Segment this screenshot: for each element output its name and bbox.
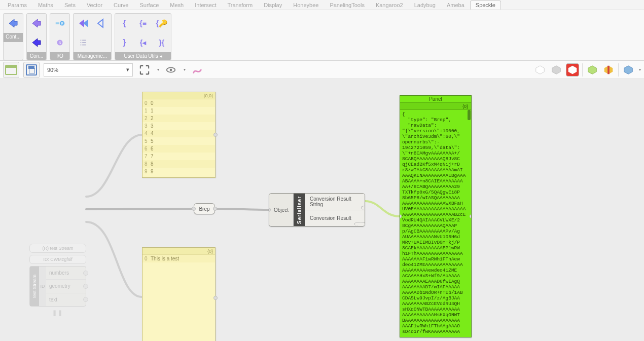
svg-marker-0: [9, 19, 17, 27]
shade-green-icon[interactable]: [586, 63, 599, 77]
menu-item-params[interactable]: Params: [2, 1, 32, 10]
panel-header: {0}: [142, 248, 215, 255]
panel-scrollbar[interactable]: [468, 110, 471, 120]
menu-item-maths[interactable]: Maths: [32, 1, 59, 10]
ribbon-group-management: Manageme...: [73, 13, 112, 60]
brep-input-grip[interactable]: [192, 207, 196, 211]
shade-wire-icon[interactable]: [533, 63, 547, 77]
save-button[interactable]: [23, 62, 40, 78]
canvas-toolbar: 90% ▾ ▾ ▾ ▾: [0, 61, 644, 79]
dropdown-icon[interactable]: ▾: [157, 67, 159, 72]
brace-open-icon[interactable]: {: [116, 14, 133, 32]
brace-key-icon[interactable]: {🔑: [153, 14, 170, 32]
panel-json-output[interactable]: Panel {0} { "type": "Brep", "rawData": "…: [400, 95, 472, 337]
brace-close-icon[interactable]: }: [116, 33, 133, 52]
menu-item-ameba[interactable]: Ameba: [441, 1, 470, 10]
svg-marker-10: [98, 19, 103, 27]
svg-text:S: S: [59, 41, 61, 45]
zoom-select[interactable]: 90% ▾: [44, 63, 133, 77]
sketch-button[interactable]: [190, 62, 205, 78]
shade-red-icon[interactable]: [566, 63, 579, 77]
shade-split-icon[interactable]: [602, 63, 615, 77]
stream-id-pill: ID: CWMzgfsif: [29, 255, 86, 264]
open-button[interactable]: [3, 62, 19, 78]
speckle-link-icon[interactable]: [74, 14, 92, 32]
panel-header: {0;0}: [142, 92, 215, 99]
panel-output-grip[interactable]: [213, 296, 218, 300]
speckle-stream-icon[interactable]: [27, 14, 46, 32]
menu-item-honeybee[interactable]: Honeybee: [288, 1, 324, 10]
svg-marker-19: [536, 65, 545, 74]
stream-out-text[interactable]: text: [46, 293, 86, 306]
brace-list-icon[interactable]: {≡: [134, 14, 152, 32]
chevron-down-icon: ▾: [126, 66, 129, 73]
menu-item-display[interactable]: Display: [258, 1, 288, 10]
serialiser-out-string[interactable]: Conversion Result String: [305, 194, 365, 210]
ribbon-group-io: R S I/O: [50, 13, 70, 60]
brace-split-icon[interactable]: }{: [153, 33, 170, 52]
sender-s-icon[interactable]: S: [51, 33, 69, 52]
menu-item-speckle[interactable]: Speckle: [470, 1, 501, 10]
menu-item-transform[interactable]: Transform: [222, 1, 258, 10]
menu-item-ladybug[interactable]: Ladybug: [409, 1, 441, 10]
brep-output-grip[interactable]: [213, 207, 217, 211]
svg-rect-3: [56, 22, 59, 24]
display-mode-toolbar: ▾: [533, 63, 641, 77]
ribbon-bar: Cont... Con... R S I/O: [0, 10, 644, 61]
zoom-value: 90%: [47, 67, 58, 73]
svg-marker-20: [552, 65, 561, 74]
brace-arrow-icon[interactable]: {◂: [134, 33, 152, 52]
menu-item-surface[interactable]: Surface: [134, 1, 164, 10]
serialiser-input-object[interactable]: Object: [269, 194, 294, 226]
dropdown-icon[interactable]: ▾: [184, 67, 186, 72]
serialiser-component[interactable]: Object Serialiser Conversion Result Stri…: [269, 193, 365, 226]
preview-toggle-button[interactable]: [163, 62, 178, 78]
svg-marker-24: [624, 65, 633, 74]
list-icon[interactable]: [74, 33, 92, 52]
menu-item-curve[interactable]: Curve: [108, 1, 134, 10]
pause-icon[interactable]: ❚❚: [29, 309, 86, 317]
svg-marker-2: [32, 39, 41, 47]
panel-output-grip[interactable]: [213, 133, 218, 137]
menu-item-kangaroo2[interactable]: Kangaroo2: [370, 1, 409, 10]
svg-rect-11: [81, 40, 82, 41]
receiver-r-icon[interactable]: R: [51, 14, 69, 32]
svg-marker-21: [568, 65, 577, 74]
ribbon-group-label: Con...: [27, 52, 46, 60]
brep-component[interactable]: Brep: [194, 203, 215, 214]
menu-item-mesh[interactable]: Mesh: [164, 1, 189, 10]
svg-point-18: [170, 68, 172, 71]
panel-subheader: {0}: [400, 103, 471, 110]
zoom-extents-button[interactable]: [137, 62, 152, 78]
ribbon-group-label: I/O: [50, 52, 69, 60]
serialiser-out-result[interactable]: Conversion Result: [305, 210, 365, 226]
stream-name-pill: (R) test Stream: [29, 244, 86, 253]
shade-grey-icon[interactable]: [550, 63, 563, 77]
svg-rect-14: [82, 42, 86, 43]
speckle-outline-icon[interactable]: [93, 14, 111, 32]
ribbon-group-context: Cont...: [3, 13, 23, 60]
brep-label: Brep: [199, 206, 209, 212]
dropdown-icon[interactable]: ▾: [639, 67, 641, 72]
menu-item-panelingtools[interactable]: PanelingTools: [324, 1, 370, 10]
svg-marker-22: [588, 65, 597, 74]
menu-item-sets[interactable]: Sets: [59, 1, 81, 10]
menu-item-vector[interactable]: Vector: [81, 1, 108, 10]
menu-item-intersect[interactable]: Intersect: [189, 1, 222, 10]
panel-title: Panel: [400, 96, 471, 103]
stream-title-tab: test Stream: [30, 267, 39, 306]
shade-blue-icon[interactable]: [622, 63, 635, 77]
ribbon-group-label: Cont...: [4, 33, 23, 42]
svg-rect-13: [81, 42, 82, 43]
panel-text[interactable]: {0} 0This is a test: [142, 247, 216, 341]
panel-output-grip[interactable]: [470, 214, 472, 218]
canvas[interactable]: (R) test Stream ID: CWMzgfsif test Strea…: [0, 79, 644, 341]
panel-numbers[interactable]: {0;0} 00 11 22 33 44 55 66 77 88 99: [142, 92, 216, 178]
svg-marker-1: [32, 19, 41, 27]
speckle-stream-component[interactable]: (R) test Stream ID: CWMzgfsif test Strea…: [29, 244, 86, 317]
speckle-receive-icon[interactable]: [4, 14, 22, 32]
speckle-stream-dark-icon[interactable]: [27, 33, 46, 52]
stream-out-numbers[interactable]: numbers: [46, 267, 86, 280]
stream-out-geometry[interactable]: geometry: [46, 280, 86, 293]
ribbon-group-label: User Data Utils ◂: [115, 52, 171, 60]
